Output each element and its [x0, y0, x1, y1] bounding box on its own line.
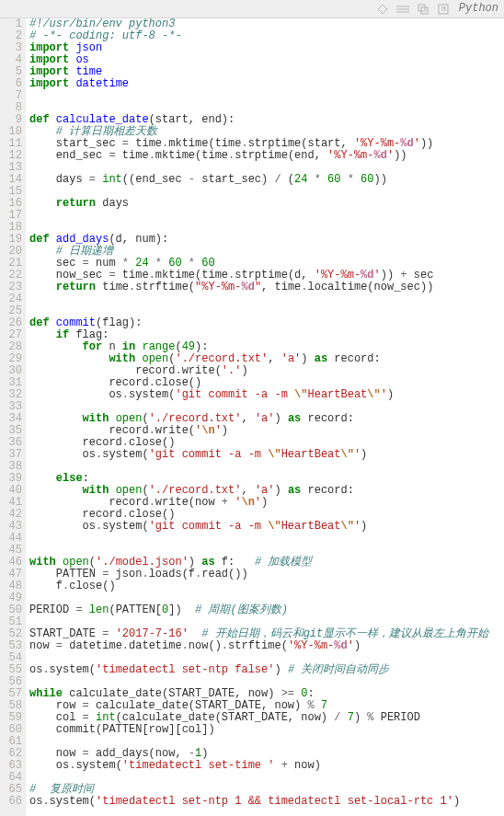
code-line[interactable]: os.system('git commit -a -m \"HeartBeat\… — [29, 449, 504, 461]
code-area[interactable]: #!/usr/bin/env python3# -*- coding: utf-… — [26, 18, 504, 816]
copy-icon[interactable] — [417, 3, 430, 16]
code-line[interactable]: return time.strftime("%Y-%m-%d", time.lo… — [29, 282, 504, 293]
code-line[interactable] — [29, 772, 504, 784]
code-line[interactable]: return days — [29, 198, 504, 210]
line-number-gutter: 1234567891011121314151617181920212223242… — [0, 18, 26, 816]
code-line[interactable]: os.system('timedatectl set-ntp 1 && time… — [29, 796, 504, 808]
language-label: Python — [459, 3, 498, 15]
code-line[interactable] — [29, 293, 504, 305]
code-line[interactable]: commit(PATTEN[row][col]) — [29, 724, 504, 736]
code-line[interactable]: end_sec = time.mktime(time.strptime(end,… — [29, 150, 504, 162]
line-number: 66 — [0, 796, 22, 808]
svg-marker-0 — [378, 5, 387, 14]
code-line[interactable] — [29, 461, 504, 473]
code-line[interactable] — [29, 533, 504, 545]
code-line[interactable]: os.system('timedatectl set-ntp false') #… — [29, 664, 504, 676]
code-line[interactable]: os.system('timedatectl set-time ' + now) — [29, 760, 504, 772]
code-line[interactable]: import datetime — [29, 78, 504, 90]
code-line[interactable] — [29, 90, 504, 102]
code-line[interactable] — [29, 210, 504, 222]
code-line[interactable]: os.system('git commit -a -m \"HeartBeat\… — [29, 521, 504, 533]
code-line[interactable]: import json — [29, 42, 504, 54]
split-icon[interactable] — [396, 3, 409, 16]
code-editor[interactable]: 1234567891011121314151617181920212223242… — [0, 18, 504, 816]
editor-toolbar: Python — [0, 0, 504, 18]
code-line[interactable]: days = int((end_sec - start_sec) / (24 *… — [29, 174, 504, 186]
code-line[interactable]: f.close() — [29, 580, 504, 592]
code-line[interactable]: PERIOD = len(PATTEN[0]) # 周期(图案列数) — [29, 604, 504, 616]
open-icon[interactable] — [437, 3, 450, 16]
code-line[interactable]: now = datetime.datetime.now().strftime('… — [29, 640, 504, 652]
diamond-icon[interactable] — [376, 3, 389, 16]
code-line[interactable]: os.system('git commit -a -m \"HeartBeat\… — [29, 389, 504, 401]
svg-line-7 — [441, 7, 445, 11]
